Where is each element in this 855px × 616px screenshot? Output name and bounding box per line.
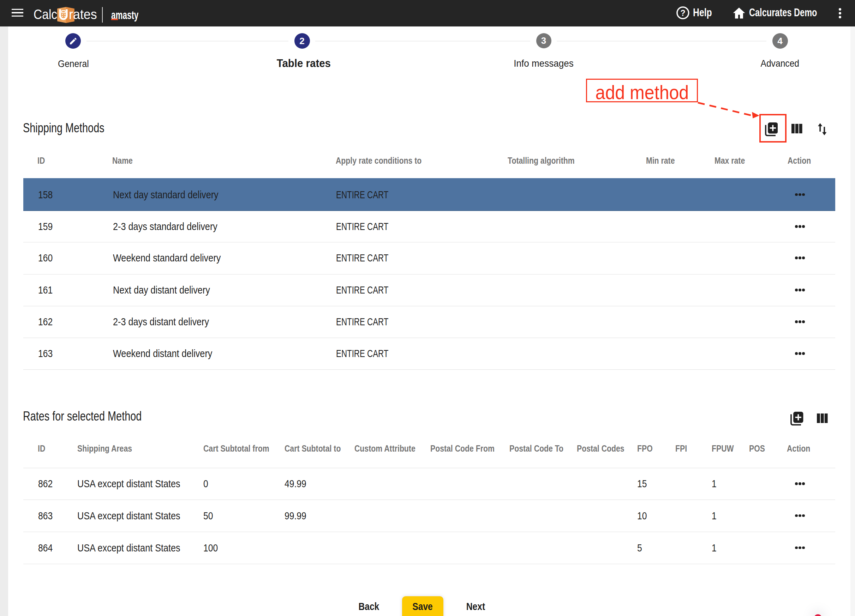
- svg-text:?: ?: [680, 8, 685, 18]
